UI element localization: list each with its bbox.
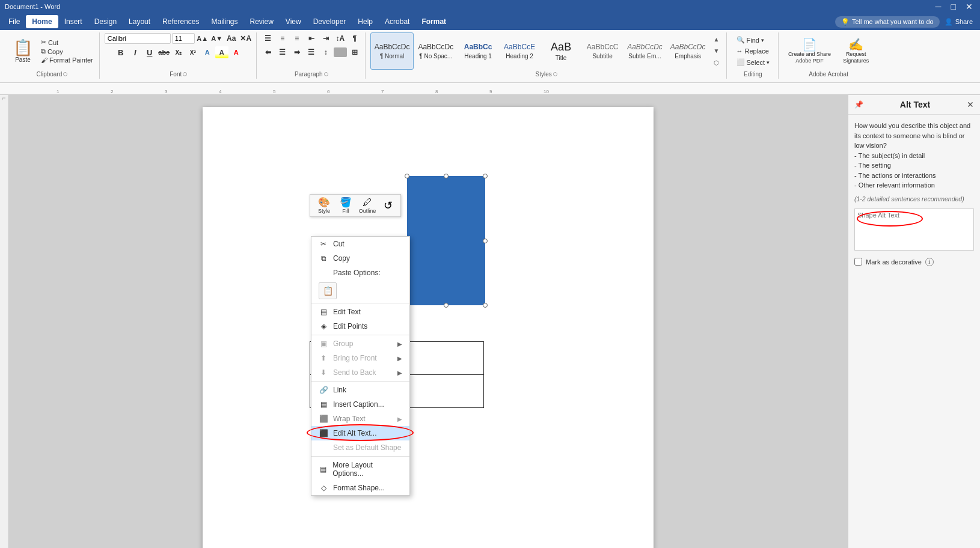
copy-button[interactable]: ⧉ Copy xyxy=(38,47,96,56)
ctx-format-shape[interactable]: ◇ Format Shape... xyxy=(311,481,409,495)
subscript-button[interactable]: X₂ xyxy=(172,46,185,58)
menu-design[interactable]: Design xyxy=(88,15,123,28)
handle-bm[interactable] xyxy=(444,303,449,308)
create-pdf-button[interactable]: 📄 Create and ShareAdobe PDF xyxy=(783,35,836,67)
maximize-button[interactable]: □ xyxy=(949,2,958,11)
style-heading2[interactable]: AaBbCcE Heading 2 xyxy=(499,32,540,70)
paste-btn-1[interactable]: 📋 xyxy=(319,282,337,299)
ctx-bring-to-front[interactable]: ⬆ Bring to Front ▶ xyxy=(311,351,409,365)
styles-up-button[interactable]: ▲ xyxy=(712,34,721,45)
menu-acrobat[interactable]: Acrobat xyxy=(379,15,415,28)
menu-file[interactable]: File xyxy=(2,15,26,28)
doc-area[interactable]: 🎨 Style 🪣 Fill 🖊 Outline ↺ xyxy=(8,95,848,548)
clear-format-button[interactable]: ✕A xyxy=(239,32,253,44)
style-subtitle[interactable]: AaBbCcC Subtitle xyxy=(582,32,623,70)
menu-help[interactable]: Help xyxy=(352,15,379,28)
styles-down-button[interactable]: ▼ xyxy=(712,46,721,56)
ctx-group[interactable]: ▣ Group ▶ xyxy=(311,336,409,351)
strikethrough-button[interactable]: abc xyxy=(158,46,171,58)
format-painter-button[interactable]: 🖌 Format Painter xyxy=(38,56,96,64)
align-center-button[interactable]: ☰ xyxy=(276,46,289,58)
italic-button[interactable]: I xyxy=(129,46,142,58)
ctx-link[interactable]: 🔗 Link xyxy=(311,383,409,397)
style-emphasis[interactable]: AaBbCcDc Emphasis xyxy=(667,32,709,70)
alt-text-input[interactable] xyxy=(854,209,974,251)
superscript-button[interactable]: X² xyxy=(186,46,200,58)
menu-developer[interactable]: Developer xyxy=(307,15,352,28)
bullets-button[interactable]: ☰ xyxy=(262,32,275,44)
font-color-button[interactable]: A xyxy=(230,46,243,58)
change-case-button[interactable]: Aa xyxy=(225,32,238,44)
font-expand-icon[interactable]: ⬡ xyxy=(183,72,187,77)
rotate-button[interactable]: ↺ xyxy=(379,196,397,215)
fill-tool-button[interactable]: 🪣 Fill xyxy=(335,196,356,215)
ctx-cut[interactable]: ✂ Cut xyxy=(311,237,409,251)
ctx-more-layout[interactable]: ▤ More Layout Options... xyxy=(311,458,409,481)
highlight-button[interactable]: A xyxy=(215,46,228,58)
handle-mr[interactable] xyxy=(483,239,488,243)
share-button[interactable]: 👤 Share xyxy=(940,18,978,26)
font-size-input[interactable] xyxy=(172,33,195,44)
style-heading1[interactable]: AaBbCc Heading 1 xyxy=(458,32,498,70)
mark-decorative-checkbox[interactable] xyxy=(854,258,862,266)
bold-button[interactable]: B xyxy=(114,46,127,58)
style-normal[interactable]: AaBbCcDc ¶ Normal xyxy=(370,32,414,70)
request-signatures-button[interactable]: ✍ RequestSignatures xyxy=(838,35,874,67)
replace-button[interactable]: ↔ Replace xyxy=(732,46,775,56)
align-right-button[interactable]: ➡ xyxy=(290,46,304,58)
styles-expand-icon[interactable]: ⬡ xyxy=(553,72,557,77)
paragraph-expand-icon[interactable]: ⬡ xyxy=(324,72,328,77)
blue-rectangle[interactable] xyxy=(407,176,485,305)
ctx-edit-alt-text[interactable]: ⬛ Edit Alt Text... xyxy=(311,426,409,440)
ctx-send-to-back[interactable]: ⬇ Send to Back ▶ xyxy=(311,365,409,380)
outline-tool-button[interactable]: 🖊 Outline xyxy=(357,196,378,215)
multilevel-button[interactable]: ≡ xyxy=(290,32,304,44)
handle-tm[interactable] xyxy=(444,174,449,178)
border-button[interactable]: ⊞ xyxy=(348,46,361,58)
tell-me-bar[interactable]: 💡 Tell me what you want to do xyxy=(835,16,940,28)
grow-font-button[interactable]: A▲ xyxy=(196,32,209,44)
ctx-copy[interactable]: ⧉ Copy xyxy=(311,251,409,266)
panel-close-button[interactable]: ✕ xyxy=(967,100,974,109)
handle-tr[interactable] xyxy=(483,174,488,178)
numbering-button[interactable]: ≡ xyxy=(276,32,289,44)
styles-more-button[interactable]: ⬡ xyxy=(712,57,721,68)
ctx-edit-text[interactable]: ▤ Edit Text xyxy=(311,305,409,319)
menu-review[interactable]: Review xyxy=(243,15,279,28)
ctx-edit-points[interactable]: ◈ Edit Points xyxy=(311,319,409,333)
shrink-font-button[interactable]: A▼ xyxy=(210,32,224,44)
clipboard-expand-icon[interactable]: ⬡ xyxy=(63,72,67,77)
menu-home[interactable]: Home xyxy=(26,15,58,28)
menu-mailings[interactable]: Mailings xyxy=(205,15,243,28)
menu-references[interactable]: References xyxy=(156,15,205,28)
style-tool-button[interactable]: 🎨 Style xyxy=(314,196,334,215)
justify-button[interactable]: ☰ xyxy=(305,46,318,58)
shading-button[interactable] xyxy=(334,47,347,57)
ctx-wrap-text[interactable]: ⬛ Wrap Text ▶ xyxy=(311,412,409,426)
indent-dec-button[interactable]: ⇤ xyxy=(305,32,318,44)
minimize-button[interactable]: ─ xyxy=(933,2,944,11)
align-left-button[interactable]: ⬅ xyxy=(262,46,275,58)
menu-format[interactable]: Format xyxy=(415,15,452,28)
style-subtle[interactable]: AaBbCcDc Subtle Em... xyxy=(623,32,666,70)
line-spacing-button[interactable]: ↕ xyxy=(319,46,332,58)
sort-button[interactable]: ↕A xyxy=(334,32,347,44)
menu-view[interactable]: View xyxy=(280,15,307,28)
select-button[interactable]: ⬜ Select ▾ xyxy=(732,57,775,67)
underline-button[interactable]: U xyxy=(143,46,156,58)
show-formatting-button[interactable]: ¶ xyxy=(348,32,361,44)
info-icon[interactable]: ℹ xyxy=(925,258,934,266)
close-button[interactable]: ✕ xyxy=(963,2,975,11)
paste-button[interactable]: 📋 Paste xyxy=(8,37,37,65)
indent-inc-button[interactable]: ⇥ xyxy=(319,32,332,44)
font-name-input[interactable] xyxy=(105,33,171,44)
ctx-insert-caption[interactable]: ▤ Insert Caption... xyxy=(311,397,409,412)
style-no-spac[interactable]: AaBbCcDc ¶ No Spac... xyxy=(414,32,457,70)
ctx-set-default[interactable]: Set as Default Shape xyxy=(311,440,409,455)
text-effects-button[interactable]: A xyxy=(201,46,214,58)
handle-br[interactable] xyxy=(483,303,488,308)
style-title[interactable]: AaB Title xyxy=(541,32,581,70)
cut-button[interactable]: ✂ Cut xyxy=(38,38,96,47)
handle-tl[interactable] xyxy=(405,174,409,178)
find-button[interactable]: 🔍 Find ▾ xyxy=(732,35,775,45)
